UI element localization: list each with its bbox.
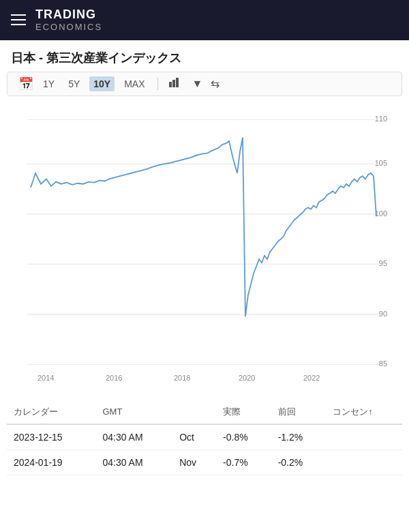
page-title: 日本 - 第三次産業インデックス (0, 40, 409, 72)
cell-actual: -0.8% (216, 424, 271, 450)
svg-text:105: 105 (375, 159, 387, 167)
table-section: カレンダー GMT 実際 前回 コンセン↑ 2023-12-1504:30 AM… (7, 400, 402, 475)
svg-text:2014: 2014 (37, 374, 54, 382)
btn-1y[interactable]: 1Y (39, 76, 59, 91)
chart-container: 110 105 100 95 90 85 2014 2016 2018 2020… (7, 102, 402, 388)
table-row[interactable]: 2023-12-1504:30 AMOct-0.8%-1.2% (7, 424, 402, 450)
col-consensus: コンセン↑ (326, 400, 402, 424)
col-actual: 実際 (216, 400, 271, 424)
svg-rect-1 (172, 80, 175, 87)
svg-text:95: 95 (379, 259, 387, 267)
cell-date: 2024-01-19 (7, 449, 95, 475)
cell-date: 2023-12-15 (7, 424, 95, 450)
shuffle-icon[interactable]: ⇆ (211, 77, 219, 90)
brand-title: TRADING (35, 8, 102, 22)
calendar-icon[interactable]: 📅 (18, 76, 33, 91)
svg-text:2020: 2020 (239, 374, 255, 382)
chart-type-button[interactable] (166, 76, 184, 91)
svg-text:85: 85 (379, 359, 387, 368)
cell-period: Nov (172, 449, 216, 475)
brand: TRADING ECONOMICS (35, 8, 102, 32)
cell-consensus (326, 424, 402, 450)
cell-gmt: 04:30 AM (95, 449, 172, 475)
svg-text:110: 110 (375, 115, 387, 123)
data-table: カレンダー GMT 実際 前回 コンセン↑ 2023-12-1504:30 AM… (7, 400, 402, 475)
table-header-row: カレンダー GMT 実際 前回 コンセン↑ (7, 400, 402, 424)
col-previous: 前回 (271, 400, 327, 424)
header: TRADING ECONOMICS (0, 0, 409, 40)
col-period (172, 400, 216, 424)
cell-period: Oct (172, 424, 216, 450)
table-row[interactable]: 2024-01-1904:30 AMNov-0.7%-0.2% (7, 449, 402, 475)
cell-actual: -0.7% (216, 449, 271, 475)
col-calendar: カレンダー (7, 400, 95, 424)
svg-text:90: 90 (379, 310, 387, 318)
toolbar: 📅 1Y 5Y 10Y MAX ▼ ⇆ (7, 72, 402, 96)
cell-previous: -1.2% (271, 424, 327, 450)
brand-subtitle: ECONOMICS (35, 22, 102, 32)
btn-10y[interactable]: 10Y (89, 76, 115, 91)
btn-5y[interactable]: 5Y (64, 76, 84, 91)
svg-text:2016: 2016 (106, 374, 122, 382)
toolbar-separator (157, 78, 158, 90)
cell-consensus (326, 449, 402, 475)
cell-previous: -0.2% (271, 449, 327, 475)
chart-svg: 110 105 100 95 90 85 2014 2016 2018 2020… (7, 102, 402, 388)
chart-dropdown-button[interactable]: ▼ (190, 76, 206, 91)
col-gmt: GMT (95, 400, 172, 424)
svg-text:2022: 2022 (303, 374, 320, 382)
cell-gmt: 04:30 AM (95, 424, 172, 450)
btn-max[interactable]: MAX (120, 76, 149, 91)
svg-rect-0 (169, 82, 172, 87)
svg-text:2018: 2018 (174, 374, 190, 382)
svg-rect-2 (176, 78, 179, 87)
hamburger-menu[interactable] (11, 14, 26, 25)
